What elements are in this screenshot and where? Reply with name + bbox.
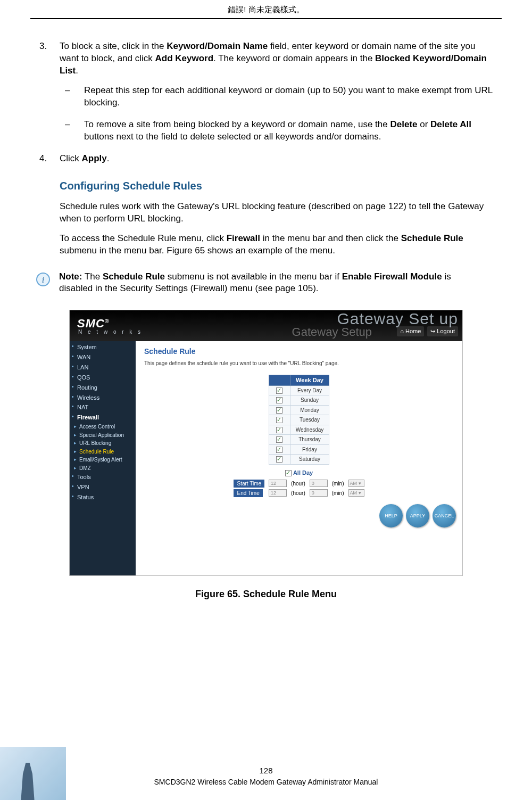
weekday-header: Week Day [290, 375, 329, 385]
day-label: Sunday [290, 395, 329, 406]
section-paragraphs: Schedule rules work with the Gateway's U… [36, 201, 496, 257]
b: Schedule Rule [401, 233, 463, 243]
step-3-number: 3. [39, 40, 47, 53]
page: 錯誤! 尚未定義樣式。 3. To block a site, click in… [0, 0, 532, 800]
checkbox-saturday[interactable] [276, 456, 282, 463]
page-header-error: 錯誤! 尚未定義樣式。 [30, 0, 502, 19]
checkbox-monday[interactable] [276, 407, 282, 414]
sidebar-item-nat[interactable]: NAT [70, 402, 136, 413]
b: Schedule Rule [103, 271, 165, 282]
sidebar-item-routing[interactable]: Routing [70, 383, 136, 393]
min-label: (min) [330, 488, 346, 498]
checkbox-allday[interactable] [285, 470, 292, 476]
table-row: Friday [269, 444, 329, 455]
sidebar-item-wireless[interactable]: Wireless [70, 393, 136, 403]
t: To remove a site from being blocked by a… [84, 119, 390, 129]
sidebar-item-qos[interactable]: QOS [70, 373, 136, 383]
b: Enable Firewall Module [342, 271, 442, 282]
cancel-button[interactable]: CANCEL [433, 504, 456, 527]
end-min-input[interactable]: 0 [310, 489, 328, 497]
sidebar-sub-email-syslog[interactable]: Email/Syslog Alert [70, 456, 136, 464]
table-row: Thursday [269, 435, 329, 445]
checkbox-tuesday[interactable] [276, 417, 282, 423]
sub-bullet-1: Repeat this step for each additional key… [60, 85, 496, 109]
day-label: Tuesday [290, 415, 329, 425]
b: Delete All [430, 119, 471, 129]
sidebar-sub-special-app[interactable]: Special Application [70, 431, 136, 440]
checkbox-wednesday[interactable] [276, 427, 282, 433]
figure-screenshot: SMC® N e t w o r k s Gateway Set up Gate… [69, 310, 463, 576]
logout-link[interactable]: ↪ Logout [427, 326, 458, 336]
sidebar-item-system[interactable]: System [70, 342, 136, 352]
all-day-label: All Day [293, 469, 313, 476]
step-3-text: To block a site, click in the Keyword/Do… [60, 41, 487, 76]
apply-button[interactable]: APPLY [406, 504, 429, 527]
t: or [418, 119, 431, 129]
app-header: SMC® N e t w o r k s Gateway Set up Gate… [70, 310, 462, 341]
sidebar-sub-url-blocking[interactable]: URL Blocking [70, 439, 136, 448]
start-min-input[interactable]: 0 [310, 480, 328, 487]
end-time-row: End Time 12 (hour) 0 (min) AM ▾ [231, 488, 366, 498]
checkbox-friday[interactable] [276, 447, 282, 453]
step-3-sublist: Repeat this step for each additional key… [60, 85, 496, 143]
sidebar-item-firewall[interactable]: Firewall [70, 413, 136, 423]
sidebar-item-status[interactable]: Status [70, 492, 136, 502]
sidebar-sub-schedule-rule[interactable]: Schedule Rule [70, 448, 136, 456]
t: . [107, 153, 110, 163]
svg-text:i: i [42, 275, 44, 284]
content-body: 3. To block a site, click in the Keyword… [30, 40, 502, 600]
steps-list: 3. To block a site, click in the Keyword… [36, 40, 496, 165]
day-label: Thursday [290, 435, 329, 445]
header-title-small: Gateway Setup [292, 324, 372, 340]
day-label: Saturday [290, 455, 329, 465]
start-ampm-select[interactable]: AM ▾ [348, 480, 364, 487]
b: Keyword/Domain Name [167, 41, 268, 51]
hour-label: (hour) [289, 488, 307, 498]
footer-title: SMCD3GN2 Wireless Cable Modem Gateway Ad… [0, 777, 532, 787]
t: buttons next to the field to delete sele… [84, 131, 381, 142]
sidebar-sub-dmz[interactable]: DMZ [70, 464, 136, 473]
page-footer: 128 SMCD3GN2 Wireless Cable Modem Gatewa… [0, 765, 532, 787]
para-1: Schedule rules work with the Gateway's U… [60, 201, 496, 225]
help-button[interactable]: HELP [379, 504, 403, 527]
b: Add Keyword [155, 53, 214, 63]
panel-title: Schedule Rule [144, 347, 454, 357]
t: The [82, 271, 102, 282]
home-link[interactable]: ⌂ Home [397, 326, 424, 336]
b: Firewall [227, 233, 260, 243]
sidebar-item-wan[interactable]: WAN [70, 352, 136, 362]
t: submenu in the menu bar. Figure 65 shows… [60, 245, 335, 255]
header-links: ⌂ Home ↪ Logout [397, 326, 458, 336]
brand-subtext: N e t w o r k s [78, 328, 143, 336]
step-4: 4. Click Apply. [36, 153, 496, 165]
end-hour-input[interactable]: 12 [269, 489, 287, 497]
table-row: Wednesday [269, 425, 329, 435]
checkbox-sunday[interactable] [276, 397, 282, 403]
time-table: Start Time 12 (hour) 0 (min) AM ▾ End Ti… [231, 479, 366, 498]
t: in the menu bar and then click the [260, 233, 401, 243]
sidebar: System WAN LAN QOS Routing Wireless NAT … [70, 341, 136, 575]
main-panel: Schedule Rule This page defines the sche… [136, 341, 462, 575]
sidebar-item-vpn[interactable]: VPN [70, 482, 136, 492]
sidebar-item-tools[interactable]: Tools [70, 472, 136, 482]
step-4-number: 4. [39, 153, 47, 165]
start-hour-input[interactable]: 12 [269, 480, 287, 487]
start-time-row: Start Time 12 (hour) 0 (min) AM ▾ [231, 479, 366, 488]
section-heading: Configuring Schedule Rules [60, 179, 496, 193]
min-label: (min) [330, 479, 346, 488]
day-label: Monday [290, 405, 329, 415]
action-buttons: HELP APPLY CANCEL [379, 504, 456, 527]
end-time-label: End Time [234, 489, 262, 497]
info-icon: i [36, 272, 51, 287]
sidebar-item-lan[interactable]: LAN [70, 362, 136, 373]
checkbox-thursday[interactable] [276, 436, 282, 443]
all-day-row: All Day [144, 469, 454, 477]
checkbox-everyday[interactable] [276, 387, 282, 394]
note-text: Note: The Schedule Rule submenu is not a… [59, 271, 496, 295]
note-label: Note: [59, 271, 82, 282]
sidebar-sub-access-control[interactable]: Access Control [70, 423, 136, 431]
t: submenu is not available in the menu bar… [165, 271, 342, 282]
sub-bullet-2: To remove a site from being blocked by a… [60, 119, 496, 143]
end-ampm-select[interactable]: AM ▾ [348, 489, 364, 497]
start-time-label: Start Time [234, 480, 264, 488]
